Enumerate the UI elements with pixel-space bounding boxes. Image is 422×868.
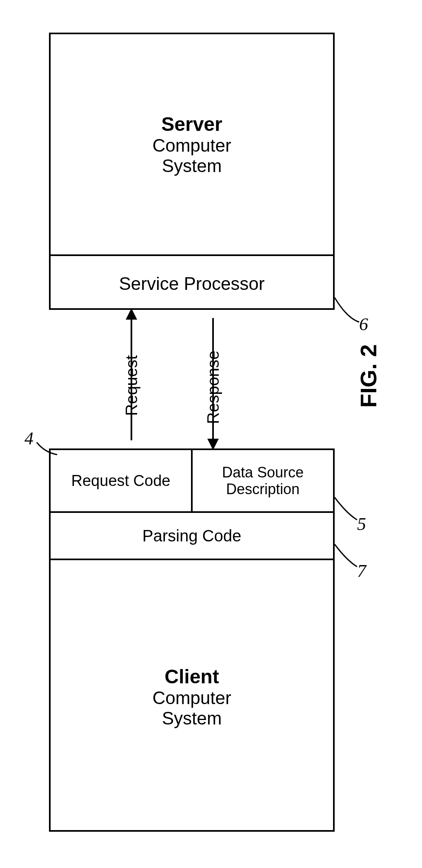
ref-4: 4	[24, 428, 33, 449]
request-response-arrows: Request Response	[102, 310, 265, 448]
client-top-row: Request Code Data Source Description	[51, 450, 333, 511]
service-processor-block: Service Processor	[51, 254, 333, 311]
client-title-line1: Computer	[152, 688, 231, 708]
data-source-description-text: Data Source Description	[222, 464, 304, 498]
server-title-line2: System	[162, 156, 222, 176]
response-arrow-label: Response	[204, 351, 222, 424]
diagram-canvas: Server Computer System Service Processor…	[0, 0, 422, 868]
parsing-code-block: Parsing Code	[51, 511, 333, 560]
ref-4-lead	[37, 442, 61, 464]
server-title-block: Server Computer System	[51, 34, 333, 254]
figure-label: FIG. 2	[355, 344, 382, 408]
request-arrow-label: Request	[122, 355, 141, 416]
server-system-box: Server Computer System Service Processor	[49, 33, 335, 310]
client-title-bold: Client	[164, 665, 219, 688]
data-source-description-block: Data Source Description	[193, 450, 333, 511]
ref-5: 5	[357, 514, 366, 534]
client-title-block: Client Computer System	[51, 560, 333, 833]
client-system-box: Request Code Data Source Description Par…	[49, 448, 335, 832]
server-title-bold: Server	[161, 113, 222, 135]
request-arrowhead-icon	[126, 308, 137, 320]
server-title-line1: Computer	[152, 135, 231, 156]
client-title-line2: System	[162, 708, 222, 729]
ref-7: 7	[357, 561, 366, 581]
request-code-block: Request Code	[51, 450, 193, 511]
ref-6: 6	[359, 314, 368, 335]
